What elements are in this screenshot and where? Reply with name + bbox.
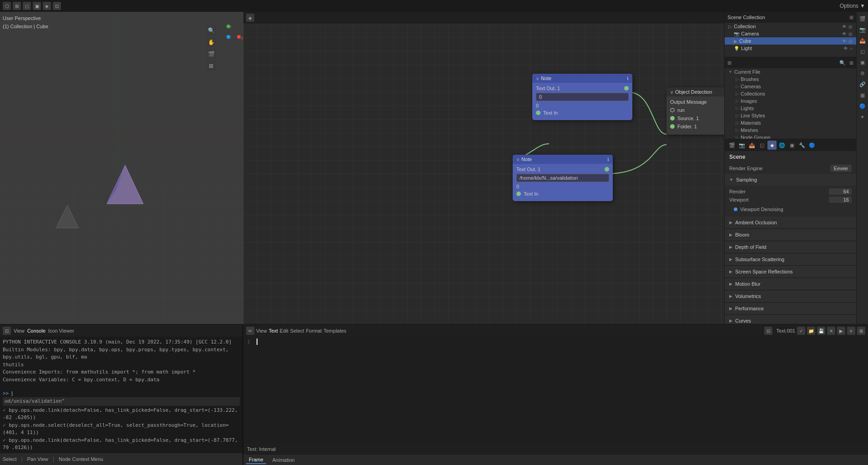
menu-icon-2[interactable]: ◻ bbox=[23, 2, 31, 10]
od-source-socket[interactable] bbox=[670, 116, 675, 121]
rsi-object[interactable]: ▣ bbox=[858, 57, 868, 67]
section-header-2[interactable]: ▶Depth of Field bbox=[725, 241, 856, 253]
collection-eye[interactable]: 👁 bbox=[842, 24, 847, 29]
db-item-brushes[interactable]: ▷Brushes bbox=[725, 76, 856, 83]
sc-item-collection[interactable]: ▷ Collection 👁 ◎ bbox=[725, 23, 856, 30]
console-view[interactable]: View bbox=[14, 328, 25, 334]
sampling-header[interactable]: ▼ Sampling bbox=[725, 174, 856, 186]
od-collapse[interactable]: ∨ bbox=[670, 90, 673, 95]
camera-eye[interactable]: 👁 bbox=[842, 31, 847, 36]
output-icon[interactable]: 📤 bbox=[747, 141, 757, 150]
rsi-data[interactable]: ▦ bbox=[858, 90, 868, 100]
te-format[interactable]: Format bbox=[306, 328, 322, 334]
zoom-tool[interactable]: 🔍 bbox=[206, 25, 216, 35]
render-value[interactable]: 64 bbox=[829, 188, 852, 195]
note2-textin-socket[interactable] bbox=[516, 192, 521, 196]
section-header-8[interactable]: ▶Curves bbox=[725, 315, 856, 324]
te-grid-icon[interactable]: ⊞ bbox=[857, 327, 865, 335]
sc-filter-icon[interactable]: ⊞ bbox=[849, 15, 853, 20]
pan-view-status[interactable]: Pan View bbox=[27, 456, 48, 462]
te-list-icon[interactable]: ≡ bbox=[847, 327, 855, 335]
render-icon[interactable]: 📷 bbox=[737, 141, 747, 150]
te-folder-icon[interactable]: 📁 bbox=[807, 327, 815, 335]
note1-output-socket[interactable] bbox=[624, 86, 629, 91]
db-item-cameras[interactable]: ▷Cameras bbox=[725, 83, 856, 90]
db-item-collections[interactable]: ▷Collections bbox=[725, 90, 856, 97]
note1-collapse[interactable]: ∨ bbox=[536, 76, 539, 81]
te-select[interactable]: Select bbox=[290, 328, 304, 334]
note1-textin-socket[interactable] bbox=[536, 111, 540, 115]
sc-item-cube[interactable]: ▶ Cube 👁 ◎ bbox=[725, 37, 856, 45]
viewport-gizmo[interactable]: Y X Z bbox=[217, 25, 240, 53]
note2-info[interactable]: ℹ bbox=[607, 157, 609, 162]
animation-tab[interactable]: Animation bbox=[270, 456, 298, 464]
db-item-materials[interactable]: ▷Materials bbox=[725, 119, 856, 126]
rsi-physics[interactable]: ⚙ bbox=[858, 68, 868, 78]
te-view[interactable]: View bbox=[256, 328, 267, 334]
note2-header[interactable]: ∨ Note ℹ bbox=[513, 155, 613, 164]
note1-header[interactable]: ∨ Note ℹ bbox=[532, 74, 632, 83]
light-eye[interactable]: 👁 bbox=[843, 46, 848, 51]
section-header-3[interactable]: ▶Subsurface Scattering bbox=[725, 253, 856, 265]
node-editor-body[interactable]: ∨ Note ℹ Text Out. 1 0 bbox=[243, 24, 724, 324]
db-item-node-groups[interactable]: ▷Node Groups bbox=[725, 134, 856, 139]
blender-icon[interactable]: ⬡ bbox=[3, 2, 11, 10]
te-check-icon[interactable]: ✓ bbox=[797, 327, 805, 335]
scene-prop-icon[interactable]: ◈ bbox=[767, 141, 777, 150]
viewport-sample-value[interactable]: 16 bbox=[829, 197, 852, 203]
section-header-6[interactable]: ▶Volumetrics bbox=[725, 290, 856, 302]
menu-icon-3[interactable]: ▣ bbox=[33, 2, 41, 10]
section-header-1[interactable]: ▶Bloom bbox=[725, 229, 856, 241]
note1-info[interactable]: ℹ bbox=[627, 76, 629, 81]
te-text[interactable]: Text bbox=[269, 328, 278, 334]
cube-render[interactable]: ◎ bbox=[848, 39, 853, 44]
menu-icon-4[interactable]: ◈ bbox=[43, 2, 51, 10]
db-item-images[interactable]: ▷Images bbox=[725, 97, 856, 105]
te-close-icon[interactable]: ✕ bbox=[827, 327, 835, 335]
note1-input-field[interactable] bbox=[536, 93, 629, 101]
frame-tab[interactable]: Frame bbox=[246, 456, 266, 464]
db-filter-icon[interactable]: ⊞ bbox=[849, 60, 853, 66]
note2-output-socket[interactable] bbox=[605, 167, 609, 172]
menu-icon-5[interactable]: ⊡ bbox=[53, 2, 61, 10]
render-engine-value[interactable]: Eevee bbox=[830, 165, 852, 172]
section-header-0[interactable]: ▶Ambient Occlusion bbox=[725, 217, 856, 228]
camera-tool[interactable]: 🎬 bbox=[206, 49, 216, 59]
select-status[interactable]: Select bbox=[3, 456, 17, 462]
world-icon[interactable]: 🌐 bbox=[777, 141, 787, 150]
hand-tool[interactable]: ✋ bbox=[206, 37, 216, 47]
section-header-4[interactable]: ▶Screen Space Reflections bbox=[725, 266, 856, 278]
rsi-scene[interactable]: 🎬 bbox=[858, 14, 868, 24]
note2-input-field[interactable] bbox=[516, 174, 609, 182]
od-header[interactable]: ∨ Object Detection ⊞ bbox=[666, 87, 724, 96]
sc-item-camera[interactable]: 📷 Camera 👁 ◎ bbox=[725, 30, 856, 37]
cube-eye[interactable]: 👁 bbox=[842, 39, 847, 44]
options-menu[interactable]: Options ▼ bbox=[840, 3, 865, 9]
te-edit[interactable]: Edit bbox=[280, 328, 288, 334]
db-search-icon[interactable]: 🔍 bbox=[839, 60, 846, 66]
te-save-icon[interactable]: 💾 bbox=[817, 327, 825, 335]
rsi-particles[interactable]: ✦ bbox=[858, 112, 868, 122]
note2-collapse[interactable]: ∨ bbox=[516, 157, 520, 162]
db-current-file[interactable]: ▼ Current File bbox=[725, 68, 856, 76]
text-editor-body[interactable]: 1 bbox=[243, 337, 868, 444]
db-item-meshes[interactable]: ▷Meshes bbox=[725, 126, 856, 134]
node-context-status[interactable]: Node Context Menu bbox=[59, 456, 103, 462]
rsi-view[interactable]: ◱ bbox=[858, 46, 868, 56]
od-folder-socket[interactable] bbox=[670, 124, 675, 129]
te-play-icon[interactable]: ▶ bbox=[837, 327, 845, 335]
rsi-output[interactable]: 📤 bbox=[858, 35, 868, 45]
text-editor-icon[interactable]: ✏ bbox=[246, 327, 254, 335]
te-mode-icon[interactable]: ⊡ bbox=[764, 327, 772, 335]
modifier-icon[interactable]: 🔧 bbox=[797, 141, 807, 150]
node-editor-icon[interactable]: ◈ bbox=[246, 14, 254, 22]
object-icon[interactable]: ▣ bbox=[787, 141, 797, 150]
section-header-5[interactable]: ▶Motion Blur bbox=[725, 278, 856, 290]
grid-tool[interactable]: ⊞ bbox=[206, 61, 216, 71]
light-render[interactable]: ○ bbox=[850, 46, 853, 51]
rsi-render[interactable]: 📷 bbox=[858, 25, 868, 35]
icon-viewer-tab[interactable]: Icon Viewer bbox=[48, 328, 74, 334]
viewport-3d[interactable]: User Perspective (1) Collection | Cube 🔍… bbox=[0, 12, 243, 324]
section-header-7[interactable]: ▶Performance bbox=[725, 303, 856, 314]
camera-render[interactable]: ◎ bbox=[848, 31, 853, 36]
